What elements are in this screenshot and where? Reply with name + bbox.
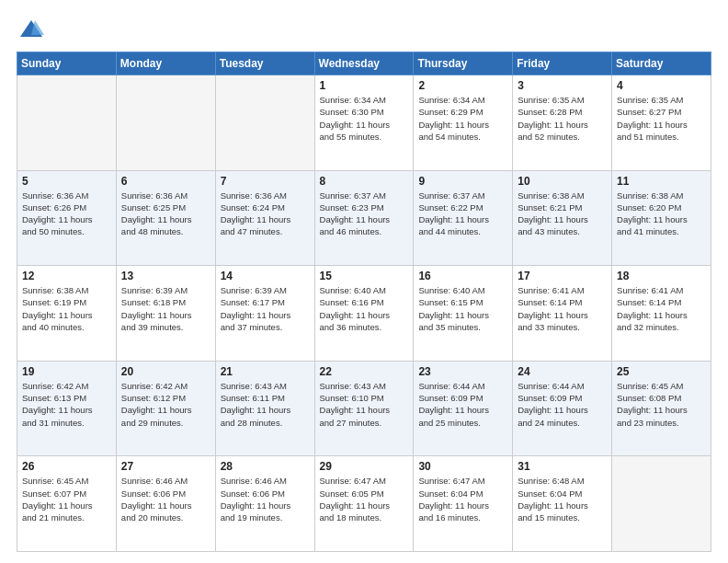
day-info: Sunrise: 6:34 AM Sunset: 6:29 PM Dayligh… bbox=[418, 94, 507, 143]
calendar-cell: 29Sunrise: 6:47 AM Sunset: 6:05 PM Dayli… bbox=[314, 456, 414, 552]
day-info: Sunrise: 6:36 AM Sunset: 6:24 PM Dayligh… bbox=[221, 190, 310, 238]
day-number: 24 bbox=[518, 365, 607, 378]
day-number: 6 bbox=[121, 175, 210, 188]
day-info: Sunrise: 6:44 AM Sunset: 6:09 PM Dayligh… bbox=[518, 380, 607, 429]
day-info: Sunrise: 6:40 AM Sunset: 6:16 PM Dayligh… bbox=[320, 284, 409, 333]
day-number: 4 bbox=[617, 79, 706, 92]
day-number: 26 bbox=[22, 460, 111, 473]
day-info: Sunrise: 6:46 AM Sunset: 6:06 PM Dayligh… bbox=[121, 475, 210, 523]
calendar-cell: 17Sunrise: 6:41 AM Sunset: 6:14 PM Dayli… bbox=[513, 266, 612, 362]
logo-icon bbox=[18, 17, 44, 42]
calendar-cell: 20Sunrise: 6:42 AM Sunset: 6:12 PM Dayli… bbox=[116, 361, 215, 456]
day-info: Sunrise: 6:42 AM Sunset: 6:13 PM Dayligh… bbox=[22, 380, 111, 429]
day-number: 27 bbox=[121, 460, 210, 473]
calendar-cell: 9Sunrise: 6:37 AM Sunset: 6:22 PM Daylig… bbox=[414, 170, 513, 266]
logo bbox=[17, 17, 44, 42]
day-number: 20 bbox=[121, 365, 210, 378]
day-info: Sunrise: 6:44 AM Sunset: 6:09 PM Dayligh… bbox=[418, 380, 507, 429]
calendar-cell: 4Sunrise: 6:35 AM Sunset: 6:27 PM Daylig… bbox=[612, 75, 711, 171]
day-info: Sunrise: 6:35 AM Sunset: 6:28 PM Dayligh… bbox=[518, 94, 607, 143]
calendar-week-2: 5Sunrise: 6:36 AM Sunset: 6:26 PM Daylig… bbox=[17, 170, 711, 266]
day-info: Sunrise: 6:37 AM Sunset: 6:23 PM Dayligh… bbox=[320, 190, 409, 238]
calendar-cell: 28Sunrise: 6:46 AM Sunset: 6:06 PM Dayli… bbox=[215, 456, 314, 552]
calendar-cell bbox=[215, 75, 314, 171]
calendar-cell: 2Sunrise: 6:34 AM Sunset: 6:29 PM Daylig… bbox=[414, 75, 513, 171]
calendar-cell: 8Sunrise: 6:37 AM Sunset: 6:23 PM Daylig… bbox=[314, 170, 414, 266]
calendar-cell: 22Sunrise: 6:43 AM Sunset: 6:10 PM Dayli… bbox=[314, 361, 414, 456]
calendar-cell: 7Sunrise: 6:36 AM Sunset: 6:24 PM Daylig… bbox=[215, 170, 314, 266]
day-number: 19 bbox=[22, 365, 111, 378]
day-info: Sunrise: 6:37 AM Sunset: 6:22 PM Dayligh… bbox=[418, 190, 507, 238]
day-number: 31 bbox=[518, 460, 607, 473]
day-number: 15 bbox=[320, 270, 409, 282]
day-info: Sunrise: 6:34 AM Sunset: 6:30 PM Dayligh… bbox=[320, 94, 409, 143]
day-number: 14 bbox=[221, 270, 310, 282]
day-info: Sunrise: 6:43 AM Sunset: 6:11 PM Dayligh… bbox=[221, 380, 310, 429]
day-number: 8 bbox=[320, 175, 409, 188]
day-number: 1 bbox=[320, 79, 409, 92]
day-number: 3 bbox=[518, 79, 607, 92]
day-info: Sunrise: 6:38 AM Sunset: 6:21 PM Dayligh… bbox=[518, 190, 607, 238]
day-info: Sunrise: 6:40 AM Sunset: 6:15 PM Dayligh… bbox=[418, 284, 507, 333]
calendar-cell: 23Sunrise: 6:44 AM Sunset: 6:09 PM Dayli… bbox=[414, 361, 513, 456]
day-number: 11 bbox=[617, 175, 706, 188]
weekday-tuesday: Tuesday bbox=[215, 52, 314, 75]
day-number: 7 bbox=[221, 175, 310, 188]
calendar-cell: 10Sunrise: 6:38 AM Sunset: 6:21 PM Dayli… bbox=[513, 170, 612, 266]
weekday-monday: Monday bbox=[116, 52, 215, 75]
day-info: Sunrise: 6:41 AM Sunset: 6:14 PM Dayligh… bbox=[617, 284, 706, 333]
calendar-cell: 25Sunrise: 6:45 AM Sunset: 6:08 PM Dayli… bbox=[612, 361, 711, 456]
calendar-cell: 16Sunrise: 6:40 AM Sunset: 6:15 PM Dayli… bbox=[414, 266, 513, 362]
calendar-cell bbox=[612, 456, 711, 552]
day-number: 9 bbox=[418, 175, 507, 188]
calendar-cell bbox=[17, 75, 117, 171]
calendar-cell: 6Sunrise: 6:36 AM Sunset: 6:25 PM Daylig… bbox=[116, 170, 215, 266]
day-number: 22 bbox=[320, 365, 409, 378]
day-number: 17 bbox=[518, 270, 607, 282]
day-info: Sunrise: 6:39 AM Sunset: 6:18 PM Dayligh… bbox=[121, 284, 210, 333]
day-info: Sunrise: 6:38 AM Sunset: 6:20 PM Dayligh… bbox=[617, 190, 706, 238]
calendar-cell: 3Sunrise: 6:35 AM Sunset: 6:28 PM Daylig… bbox=[513, 75, 612, 171]
calendar-cell: 11Sunrise: 6:38 AM Sunset: 6:20 PM Dayli… bbox=[612, 170, 711, 266]
calendar-cell: 21Sunrise: 6:43 AM Sunset: 6:11 PM Dayli… bbox=[215, 361, 314, 456]
day-info: Sunrise: 6:36 AM Sunset: 6:25 PM Dayligh… bbox=[121, 190, 210, 238]
day-info: Sunrise: 6:45 AM Sunset: 6:08 PM Dayligh… bbox=[617, 380, 706, 429]
day-number: 23 bbox=[418, 365, 507, 378]
day-info: Sunrise: 6:47 AM Sunset: 6:05 PM Dayligh… bbox=[320, 475, 409, 523]
calendar-cell: 30Sunrise: 6:47 AM Sunset: 6:04 PM Dayli… bbox=[414, 456, 513, 552]
day-info: Sunrise: 6:35 AM Sunset: 6:27 PM Dayligh… bbox=[617, 94, 706, 143]
calendar-table: SundayMondayTuesdayWednesdayThursdayFrid… bbox=[17, 52, 711, 552]
svg-marker-1 bbox=[31, 20, 44, 35]
day-info: Sunrise: 6:36 AM Sunset: 6:26 PM Dayligh… bbox=[22, 190, 111, 238]
calendar-cell: 31Sunrise: 6:48 AM Sunset: 6:04 PM Dayli… bbox=[513, 456, 612, 552]
day-number: 28 bbox=[221, 460, 310, 473]
calendar-cell: 12Sunrise: 6:38 AM Sunset: 6:19 PM Dayli… bbox=[17, 266, 117, 362]
day-number: 13 bbox=[121, 270, 210, 282]
day-info: Sunrise: 6:38 AM Sunset: 6:19 PM Dayligh… bbox=[22, 284, 111, 333]
day-number: 25 bbox=[617, 365, 706, 378]
calendar-cell: 26Sunrise: 6:45 AM Sunset: 6:07 PM Dayli… bbox=[17, 456, 117, 552]
day-info: Sunrise: 6:41 AM Sunset: 6:14 PM Dayligh… bbox=[518, 284, 607, 333]
day-info: Sunrise: 6:45 AM Sunset: 6:07 PM Dayligh… bbox=[22, 475, 111, 523]
calendar-week-5: 26Sunrise: 6:45 AM Sunset: 6:07 PM Dayli… bbox=[17, 456, 711, 552]
calendar-cell: 18Sunrise: 6:41 AM Sunset: 6:14 PM Dayli… bbox=[612, 266, 711, 362]
header bbox=[17, 17, 711, 42]
calendar-cell: 27Sunrise: 6:46 AM Sunset: 6:06 PM Dayli… bbox=[116, 456, 215, 552]
weekday-saturday: Saturday bbox=[612, 52, 711, 75]
day-info: Sunrise: 6:47 AM Sunset: 6:04 PM Dayligh… bbox=[418, 475, 507, 523]
day-info: Sunrise: 6:39 AM Sunset: 6:17 PM Dayligh… bbox=[221, 284, 310, 333]
weekday-sunday: Sunday bbox=[17, 52, 117, 75]
day-number: 21 bbox=[221, 365, 310, 378]
day-number: 29 bbox=[320, 460, 409, 473]
calendar-week-3: 12Sunrise: 6:38 AM Sunset: 6:19 PM Dayli… bbox=[17, 266, 711, 362]
day-info: Sunrise: 6:43 AM Sunset: 6:10 PM Dayligh… bbox=[320, 380, 409, 429]
weekday-friday: Friday bbox=[513, 52, 612, 75]
day-number: 12 bbox=[22, 270, 111, 282]
day-number: 18 bbox=[617, 270, 706, 282]
day-info: Sunrise: 6:42 AM Sunset: 6:12 PM Dayligh… bbox=[121, 380, 210, 429]
calendar-cell: 5Sunrise: 6:36 AM Sunset: 6:26 PM Daylig… bbox=[17, 170, 117, 266]
weekday-header-row: SundayMondayTuesdayWednesdayThursdayFrid… bbox=[17, 52, 711, 75]
calendar-cell: 14Sunrise: 6:39 AM Sunset: 6:17 PM Dayli… bbox=[215, 266, 314, 362]
calendar-cell: 1Sunrise: 6:34 AM Sunset: 6:30 PM Daylig… bbox=[314, 75, 414, 171]
calendar-cell: 13Sunrise: 6:39 AM Sunset: 6:18 PM Dayli… bbox=[116, 266, 215, 362]
